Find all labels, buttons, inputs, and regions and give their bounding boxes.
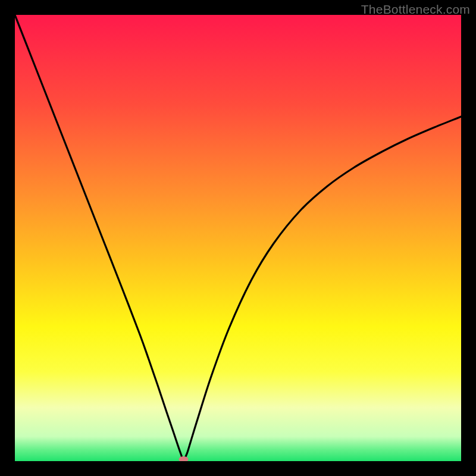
chart-background (15, 15, 461, 461)
chart-svg (15, 15, 461, 461)
chart-frame (15, 15, 461, 461)
watermark-text: TheBottleneck.com (361, 2, 470, 17)
